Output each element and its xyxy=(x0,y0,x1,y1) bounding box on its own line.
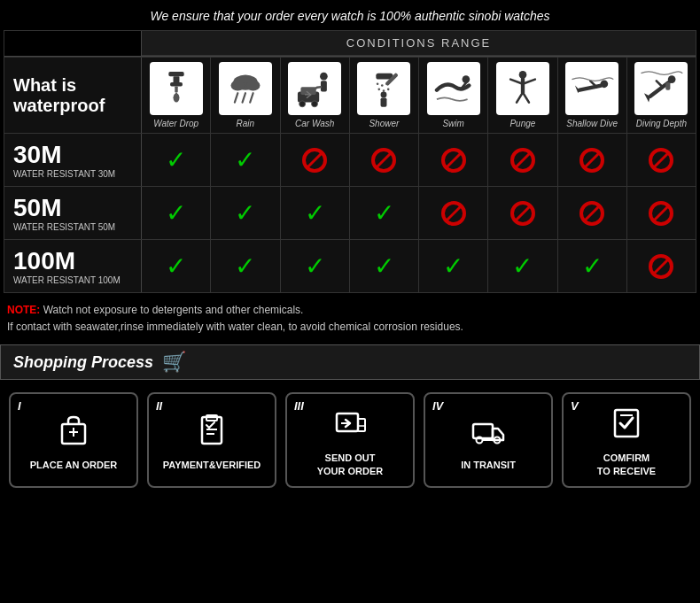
cell-50m-7 xyxy=(558,187,627,239)
svg-rect-16 xyxy=(321,81,327,91)
svg-point-19 xyxy=(299,101,306,107)
svg-point-15 xyxy=(320,73,328,81)
step-1-icon xyxy=(57,414,90,453)
no-symbol xyxy=(649,201,673,226)
svg-point-32 xyxy=(387,89,390,91)
svg-rect-34 xyxy=(381,97,387,106)
water-drop-label: Water Drop xyxy=(153,119,198,128)
condition-shallow-dive: Shallow Dive xyxy=(558,58,627,133)
desc-50m: WATER RESISTANT 50M xyxy=(13,222,132,232)
no-symbol xyxy=(579,201,604,226)
condition-diving-depth: Diving Depth xyxy=(627,58,696,133)
condition-punge: Punge xyxy=(488,58,557,133)
cell-30m-5 xyxy=(419,134,488,186)
cell-30m-3 xyxy=(281,134,350,186)
cell-30m-1: ✓ xyxy=(142,134,211,186)
svg-point-20 xyxy=(312,101,318,107)
waterproof-section: CONDITIONS RANGE What is waterproof xyxy=(4,30,696,293)
shallow-dive-label: Shallow Dive xyxy=(566,119,618,128)
no-symbol xyxy=(371,148,396,173)
svg-point-27 xyxy=(377,83,379,86)
step-2-label: PAYMENT&VERIFIED xyxy=(163,459,261,471)
no-symbol xyxy=(302,148,327,173)
row-50m: 50M WATER RESISTANT 50M ✓ ✓ ✓ ✓ xyxy=(4,186,696,239)
step-send-out: III SEND OUT YOUR ORDER xyxy=(285,392,415,488)
step-3-label: SEND OUT YOUR ORDER xyxy=(317,452,384,477)
cell-100m-5: ✓ xyxy=(419,240,488,292)
condition-car-wash: Car Wash xyxy=(281,58,350,133)
row-100m-left: 100M WATER RESISTANT 100M xyxy=(4,240,142,292)
svg-point-29 xyxy=(386,83,389,86)
shower-label: Shower xyxy=(369,119,399,128)
note-line2: If contact with seawater,rinse immediate… xyxy=(7,319,693,336)
cell-30m-6 xyxy=(488,134,557,186)
no-symbol xyxy=(579,148,604,173)
condition-shower: Shower xyxy=(350,58,419,133)
rain-label: Rain xyxy=(237,119,255,128)
rain-icon xyxy=(219,62,272,115)
process-steps: I PLACE AN ORDER II PAYMENT&VERIFIED xyxy=(0,380,700,500)
row-100m-cells: ✓ ✓ ✓ ✓ ✓ ✓ ✓ xyxy=(142,240,696,292)
conditions-columns: Water Drop Ra xyxy=(142,58,696,133)
svg-rect-4 xyxy=(175,86,177,92)
note-line1: NOTE: Watch not exposure to detergents a… xyxy=(7,302,693,319)
no-symbol xyxy=(441,148,466,173)
step-4-number: IV xyxy=(432,399,443,413)
cell-100m-8 xyxy=(627,240,696,292)
step-2-number: II xyxy=(156,399,162,413)
step-3-icon xyxy=(333,406,367,446)
cell-30m-2: ✓ xyxy=(211,134,280,186)
step-place-order: I PLACE AN ORDER xyxy=(9,392,138,488)
note-text-1: Watch not exposure to detergents and oth… xyxy=(43,304,304,316)
cell-50m-4: ✓ xyxy=(350,187,419,239)
desc-100m: WATER RESISTANT 100M xyxy=(13,275,132,285)
condition-water-drop: Water Drop xyxy=(142,58,211,133)
step-1-number: I xyxy=(18,399,21,413)
rating-30m: 30M xyxy=(13,141,132,169)
svg-rect-66 xyxy=(615,410,638,437)
car-wash-icon xyxy=(288,62,341,115)
diving-depth-label: Diving Depth xyxy=(636,119,687,128)
water-drop-icon xyxy=(150,62,203,115)
swim-label: Swim xyxy=(442,119,463,128)
svg-rect-50 xyxy=(666,82,671,90)
waterproof-label: What is waterproof xyxy=(4,58,142,133)
step-in-transit: IV IN TRANSIT xyxy=(424,392,553,488)
cell-50m-1: ✓ xyxy=(142,187,211,239)
cell-100m-3: ✓ xyxy=(281,240,350,292)
no-symbol xyxy=(441,201,466,226)
svg-rect-1 xyxy=(168,72,183,76)
cell-100m-7: ✓ xyxy=(558,240,627,292)
no-symbol xyxy=(510,148,535,173)
swim-icon xyxy=(427,62,480,115)
no-symbol xyxy=(649,148,673,173)
punge-label: Punge xyxy=(509,119,535,128)
shopping-process-title: Shopping Process xyxy=(13,353,153,372)
no-symbol xyxy=(510,201,535,226)
cell-50m-3: ✓ xyxy=(281,187,350,239)
note-label: NOTE: xyxy=(7,304,40,316)
header-tagline: We ensure that your order every watch is… xyxy=(150,9,549,23)
row-30m-left: 30M WATER RESISTANT 30M xyxy=(4,134,142,186)
row-30m: 30M WATER RESISTANT 30M ✓ ✓ xyxy=(4,133,696,186)
cell-50m-8 xyxy=(627,187,696,239)
shower-icon xyxy=(357,62,410,115)
step-payment: II PAYMENT&VERIFIED xyxy=(147,392,276,488)
cell-100m-1: ✓ xyxy=(142,240,211,292)
cell-50m-2: ✓ xyxy=(211,187,280,239)
cart-header-icon: 🛒 xyxy=(162,351,186,374)
step-5-number: V xyxy=(571,399,579,413)
svg-point-30 xyxy=(378,89,381,91)
header-text: We ensure that your order every watch is… xyxy=(0,0,700,30)
step-confirm: V COMFIRM TO RECEIVE xyxy=(562,392,691,488)
diving-depth-icon xyxy=(634,62,688,115)
step-3-number: III xyxy=(294,399,304,413)
svg-point-28 xyxy=(381,84,384,87)
step-5-icon xyxy=(610,406,643,446)
shallow-dive-icon xyxy=(565,62,618,115)
desc-30m: WATER RESISTANT 30M xyxy=(13,169,132,179)
rating-50m: 50M xyxy=(13,194,132,222)
svg-rect-3 xyxy=(170,82,183,86)
step-5-label: COMFIRM TO RECEIVE xyxy=(597,452,656,477)
cell-30m-7 xyxy=(558,134,627,186)
